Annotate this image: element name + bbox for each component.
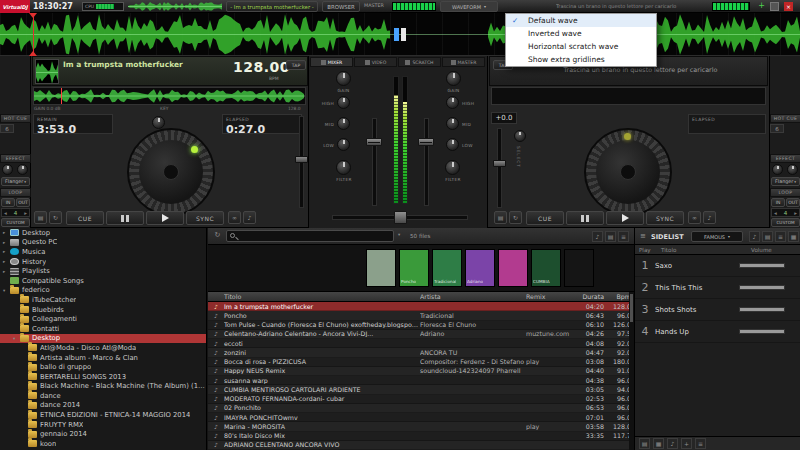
rhythm-waveform-strip[interactable] (0, 13, 800, 56)
close-icon[interactable]: × (784, 2, 793, 11)
pause-button[interactable] (106, 211, 144, 225)
track-row[interactable]: ♪ Marina - MOROSITA play 03:58 128.0 (208, 422, 634, 431)
eq-low-knob-2[interactable] (446, 138, 459, 151)
pause-button[interactable] (566, 211, 604, 225)
menu-item[interactable]: ✓ Default wave (506, 14, 656, 27)
crossfader-handle[interactable] (394, 211, 407, 224)
eq-mid-knob-2[interactable] (446, 117, 459, 130)
cue-button[interactable]: CUE (526, 211, 564, 225)
folder-item[interactable]: Compatible Songs (0, 276, 206, 286)
folder-item[interactable]: Collegamenti (0, 314, 206, 324)
loop-halve-icon[interactable]: ◂ (4, 210, 7, 216)
sidelist-item[interactable]: 2 This This This (635, 277, 800, 299)
track-row[interactable]: ♪ Bocca di rosa - PIZZICUSA Compositor: … (208, 358, 634, 367)
effect-knob-2[interactable] (787, 164, 798, 175)
sidelist-item[interactable]: 1 Saxo (635, 255, 800, 277)
grid-icon[interactable] (770, 2, 779, 11)
track-row[interactable]: ♪ Im a trumpsta motherfucker 04:20 128.0 (208, 302, 634, 311)
menu-item[interactable]: Horizontal scratch wave (506, 40, 656, 53)
play-button[interactable] (146, 211, 184, 225)
scrollbar-thumb[interactable] (630, 294, 633, 322)
sidelist-music-icon[interactable]: ♪ (749, 231, 760, 242)
sidelist-list-icon[interactable]: ≡ (775, 231, 786, 242)
album-cover[interactable]: Adriano (465, 249, 495, 287)
filter-knob-1[interactable] (336, 160, 351, 175)
search-options-icon[interactable]: ▾ (398, 232, 400, 237)
track-row[interactable]: ♪ Celentano-Adriano Celentano - Ancora V… (208, 330, 634, 339)
eq-high-knob-1[interactable] (337, 96, 350, 109)
custom-button[interactable]: CUSTOM (771, 218, 800, 227)
album-cover[interactable]: CUMBIA (531, 249, 561, 287)
album-cover[interactable] (564, 249, 594, 287)
deck-a-loop-knob[interactable] (152, 116, 165, 129)
reloop-icon[interactable]: ↻ (509, 211, 522, 224)
preset-dropdown[interactable]: FAMOUS▾ (691, 231, 743, 242)
deck-b-pitch-slider[interactable] (497, 128, 502, 208)
expand-arrow-icon[interactable]: ▾ (3, 288, 10, 293)
track-row[interactable]: ♪ MODERATO FERNANDA-cordani- cubar 02:53… (208, 395, 634, 404)
track-row[interactable]: ♪ Happy NEUS Remix soundcloud-142324097 … (208, 367, 634, 376)
folder-item[interactable]: iTubeCatcher (0, 295, 206, 305)
music-icon[interactable]: ♪ (667, 438, 678, 449)
track-row[interactable]: ♪ 80's Italo Disco Mix 33:35 117.7 (208, 432, 634, 441)
volume-bar[interactable] (739, 329, 785, 334)
waveform-dropdown[interactable]: WAVEFORM ▾ (440, 1, 498, 12)
browser-button[interactable]: BROWSER (322, 1, 360, 12)
sidelist-item[interactable]: 4 Hands Up (635, 321, 800, 343)
folder-item[interactable]: ▾ federico (0, 286, 206, 296)
volume-bar[interactable] (739, 307, 785, 312)
effect-select[interactable]: Flanger▾ (1, 177, 30, 186)
loop-in-button[interactable]: IN (771, 198, 785, 207)
folder-item[interactable]: Artista album - Marco & Clan (0, 353, 206, 363)
sidelist-item[interactable]: 3 Shots Shots (635, 299, 800, 321)
folder-item[interactable]: ▸ Questo PC (0, 238, 206, 248)
play-button[interactable] (606, 211, 644, 225)
tab-scratch[interactable]: SCRATCH (398, 57, 441, 67)
loop-toggle-icon[interactable]: ∞ (228, 211, 241, 224)
header-remix[interactable]: Remix (526, 293, 570, 300)
sidelist-grid-icon[interactable]: ▤ (762, 231, 773, 242)
track-row[interactable]: ♪ zonzini ANCORA TU 04:47 92.0 (208, 348, 634, 357)
track-row[interactable]: ♪ IMAYRA PONCHITOwmv 07:01 96.0 (208, 413, 634, 422)
header-artist[interactable]: Artista (420, 293, 526, 300)
sidelist-tile-icon[interactable]: ▦ (788, 231, 799, 242)
channel-fader-1-handle[interactable] (366, 138, 382, 146)
loop-out-button[interactable]: OUT (16, 198, 30, 207)
effect-select[interactable]: Flanger▾ (771, 177, 800, 186)
effect-knob-1[interactable] (772, 164, 783, 175)
key-lock-icon[interactable]: ♪ (243, 211, 256, 224)
album-cover[interactable] (498, 249, 528, 287)
netsearch-icon[interactable]: ♪ (592, 231, 603, 242)
plus-icon[interactable]: + (756, 1, 767, 12)
grid-edit-icon[interactable]: ▤ (34, 211, 47, 224)
expand-arrow-icon[interactable]: ▸ (3, 230, 10, 235)
album-cover[interactable]: Poncho (399, 249, 429, 287)
deck-a-title-button[interactable]: - Im a trumpsta motherfucker - (226, 1, 318, 12)
filter-knob-2[interactable] (445, 160, 460, 175)
key-lock-icon[interactable]: ♪ (703, 211, 716, 224)
loop-halve-icon[interactable]: ◂ (774, 210, 777, 216)
gain-knob-1[interactable] (336, 71, 351, 86)
loop-out-button[interactable]: OUT (786, 198, 800, 207)
expand-arrow-icon[interactable]: ▸ (3, 249, 10, 254)
track-row[interactable]: ♪ Poncho Tradicional 06:43 96.0 (208, 311, 634, 320)
track-row[interactable]: ♪ 02 Ponchito 06:53 96.0 (208, 404, 634, 413)
expand-arrow-icon[interactable]: ▸ (3, 259, 10, 264)
track-row[interactable]: ♪ susanna warp 04:38 96.0 (208, 376, 634, 385)
track-row[interactable]: ♪ CUMBIA MENTIROSO CARTOLARI ARDIENTE 03… (208, 385, 634, 394)
folder-item[interactable]: ▸ Playlists (0, 266, 206, 276)
loop-size-display[interactable]: ◂4▸ (1, 208, 30, 217)
folder-item[interactable]: ▸ Musica (0, 247, 206, 257)
folder-item[interactable]: koon (0, 439, 206, 449)
custom-button[interactable]: CUSTOM (1, 218, 30, 227)
sync-button[interactable]: SYNC (186, 211, 224, 225)
tap-button[interactable]: TAP (286, 60, 306, 70)
track-row[interactable]: ♪ ADRIANO CELENTANO ANCORA VIVO (208, 441, 634, 450)
tab-master[interactable]: MASTER (442, 57, 485, 67)
track-row[interactable]: ♪ Tom Pulse - Cuando (Floresca El Chuno)… (208, 321, 634, 330)
folder-item[interactable]: ▸ History (0, 257, 206, 267)
gain-knob-2[interactable] (446, 71, 461, 86)
folder-item[interactable]: Contatti (0, 324, 206, 334)
expand-arrow-icon[interactable]: ▸ (3, 240, 10, 245)
album-cover[interactable] (366, 249, 396, 287)
